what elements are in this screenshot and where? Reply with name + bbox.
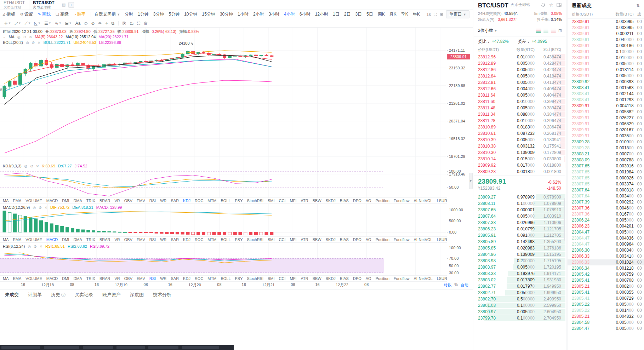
period-1小时[interactable]: 1小时 bbox=[238, 11, 249, 17]
indicator-tab-ROC[interactable]: ROC bbox=[195, 276, 203, 281]
book-view-both-icon[interactable] bbox=[536, 29, 541, 33]
indicator-tab-DPO[interactable]: DPO bbox=[353, 199, 361, 203]
toolbar-button-胜率[interactable]: ◔胜率 bbox=[74, 11, 86, 17]
indicator-tab-EMV[interactable]: EMV bbox=[137, 276, 145, 281]
ask-row[interactable]: 23810.890.0183000.286474 bbox=[474, 124, 565, 130]
text-tool[interactable]: Aa bbox=[74, 21, 82, 26]
trade-row[interactable]: 23808.090.00078800 bbox=[568, 157, 644, 163]
trade-row[interactable]: 23805.410.00070800 bbox=[568, 277, 644, 283]
ask-row[interactable]: 23812.840.0050000.418474 bbox=[474, 73, 565, 79]
bid-row[interactable]: 23803.020.0178091.931980 bbox=[474, 277, 565, 283]
ask-row[interactable]: 23809.280.0018000.001800 bbox=[474, 168, 565, 175]
settings-icon[interactable]: ⊙ bbox=[23, 35, 26, 39]
trade-row[interactable]: 23809.910.00399500 bbox=[568, 19, 644, 25]
indicator-tab-SMI[interactable]: SMI bbox=[268, 199, 275, 203]
period-10分钟[interactable]: 10分钟 bbox=[184, 11, 197, 17]
period-季K[interactable]: 季K bbox=[401, 11, 408, 17]
magnet-tool[interactable]: ⌖ bbox=[104, 21, 109, 26]
trade-row[interactable]: 23808.410.00129300 bbox=[568, 97, 644, 103]
indicator-tab-EMA[interactable]: EMA bbox=[13, 276, 22, 281]
trade-row[interactable]: 23807.650.00198400 bbox=[568, 169, 644, 175]
indicator-tab-EMA[interactable]: EMA bbox=[13, 237, 22, 242]
toolbar-button-设置[interactable]: ⚙设置 bbox=[20, 11, 33, 17]
toolbar-button-高级[interactable]: ❏高级 bbox=[56, 11, 69, 17]
bid-row[interactable]: 23802.700.5000002.499950 bbox=[474, 296, 565, 302]
module-tab-技术分析[interactable]: 技术分析 bbox=[153, 292, 171, 298]
toolbar-button-画线[interactable]: ✎画线 bbox=[38, 11, 51, 17]
indicator-tab-DMA[interactable]: DMA bbox=[73, 276, 82, 281]
indicator-tab-MFI[interactable]: MFI bbox=[290, 276, 297, 281]
sort-icon[interactable]: ⇅ bbox=[636, 3, 644, 8]
period-6小时[interactable]: 6小时 bbox=[300, 11, 310, 17]
indicator-tab-BIAS[interactable]: BIAS bbox=[340, 276, 349, 281]
ask-row[interactable]: 23812.810.0050000.413474 bbox=[474, 79, 565, 86]
period-1分钟[interactable]: 1分钟 bbox=[138, 11, 149, 17]
trade-row[interactable]: 23807.650.00337400 bbox=[568, 181, 644, 187]
trade-row[interactable]: 23805.420.00075900 bbox=[568, 271, 644, 277]
trade-row[interactable]: 23806.300.00084000 bbox=[568, 247, 644, 253]
indicator-tab-Position[interactable]: Position bbox=[376, 237, 389, 242]
add-tab-button[interactable]: + bbox=[68, 2, 74, 8]
trade-row[interactable]: 23809.910.04000000 bbox=[568, 37, 644, 43]
indicator-tab-SMI[interactable]: SMI bbox=[268, 237, 275, 242]
indicator-tab-PSY[interactable]: PSY bbox=[235, 199, 243, 203]
indicator-tab-DMI[interactable]: DMI bbox=[62, 276, 69, 281]
trade-row[interactable]: 23805.210.00820000 bbox=[568, 283, 644, 289]
indicator-tab-BBW[interactable]: BBW bbox=[313, 237, 321, 242]
indicator-tab-MA[interactable]: MA bbox=[3, 276, 9, 281]
indicator-tab-BIAS[interactable]: BIAS bbox=[340, 237, 349, 242]
indicator-tab-MACD[interactable]: MACD bbox=[46, 199, 58, 203]
indicator-tab-PSY[interactable]: PSY bbox=[235, 276, 243, 281]
period-月K[interactable]: 月K bbox=[389, 11, 397, 17]
module-tab-深度图[interactable]: 深度图 bbox=[130, 292, 144, 298]
indicator-tab-BBW[interactable]: BBW bbox=[313, 276, 321, 281]
trade-row[interactable]: 23805.210.00483200 bbox=[568, 314, 644, 320]
ask-row[interactable]: 23812.890.0050000.428474 bbox=[474, 60, 565, 67]
indicator-tab-StochRSI[interactable]: StochRSI bbox=[247, 199, 263, 203]
trade-row[interactable]: 23808.410.00214400 bbox=[568, 91, 644, 97]
ask-row[interactable]: 23812.660.0040000.408474 bbox=[474, 86, 565, 92]
close-icon[interactable]: ✕ bbox=[45, 206, 47, 210]
settings-icon[interactable]: ⊙ bbox=[32, 41, 35, 45]
scrollbar[interactable] bbox=[564, 198, 565, 241]
trade-row[interactable]: 23809.920.00039300 bbox=[568, 79, 644, 85]
indicator-tab-BIAS[interactable]: BIAS bbox=[340, 199, 349, 203]
indicator-tab-MA[interactable]: MA bbox=[3, 237, 9, 242]
period-2小时[interactable]: 2小时 bbox=[253, 11, 264, 17]
period-30分钟[interactable]: 30分钟 bbox=[220, 11, 233, 17]
bid-row[interactable]: 23800.970.0050002.604950 bbox=[474, 309, 565, 315]
period-15分钟[interactable]: 15分钟 bbox=[202, 11, 215, 17]
indicator-tab-RSI[interactable]: RSI bbox=[149, 237, 156, 242]
custom-view-icon[interactable]: ⊞ bbox=[558, 28, 562, 33]
ask-row[interactable]: 23811.480.0050000.389474 bbox=[474, 105, 565, 111]
trade-row[interactable]: 23809.910.00411800 bbox=[568, 103, 644, 109]
indicator-tab-Fundflow[interactable]: Fundflow bbox=[394, 237, 410, 242]
trade-row[interactable]: 23804.470.00096400 bbox=[568, 241, 644, 247]
indicator-tab-LSUR[interactable]: LSUR bbox=[437, 237, 447, 242]
indicator-tab-VOLUME[interactable]: VOLUME bbox=[25, 276, 42, 281]
ask-row[interactable]: 23809.920.0170000.018800 bbox=[474, 162, 565, 168]
period-5日[interactable]: 5日 bbox=[366, 11, 373, 17]
indicator-tab-KDJ[interactable]: KDJ bbox=[183, 199, 190, 203]
decimals-dropdown[interactable]: 2位小数▼ bbox=[478, 28, 497, 34]
collapse-panel-handle[interactable]: ▶ bbox=[469, 173, 473, 189]
book-view-asks-icon[interactable] bbox=[551, 29, 556, 33]
ask-row[interactable]: 23811.280.0100000.296474 bbox=[474, 117, 565, 124]
indicator-tab-OBV[interactable]: OBV bbox=[124, 199, 132, 203]
trade-row[interactable]: 23809.910.01000000 bbox=[568, 55, 644, 61]
indicator-tab-DPO[interactable]: DPO bbox=[353, 276, 361, 281]
indicator-tab-MFI[interactable]: MFI bbox=[290, 199, 297, 203]
trade-row[interactable]: 23807.360.00460000 bbox=[568, 205, 644, 211]
indicator-tab-AI-NetVOL[interactable]: AI-NetVOL bbox=[414, 237, 432, 242]
auto-scale-toggle[interactable]: 自动 bbox=[461, 282, 468, 288]
close-icon[interactable]: ✕ bbox=[38, 41, 40, 45]
indicator-tab-ATR[interactable]: ATR bbox=[301, 199, 308, 203]
bid-row[interactable]: 23801.030.1000002.599950 bbox=[474, 302, 565, 309]
indicator-tab-RSI[interactable]: RSI bbox=[149, 276, 156, 281]
period-3日[interactable]: 3日 bbox=[355, 11, 362, 17]
indicator-tab-Fundflow[interactable]: Fundflow bbox=[394, 199, 410, 203]
indicator-tab-ROC[interactable]: ROC bbox=[195, 199, 203, 203]
indicator-tab-BRAR[interactable]: BRAR bbox=[99, 276, 110, 281]
book-view-bids-icon[interactable] bbox=[543, 29, 548, 33]
trade-row[interactable]: 23809.910.02016700 bbox=[568, 127, 644, 133]
